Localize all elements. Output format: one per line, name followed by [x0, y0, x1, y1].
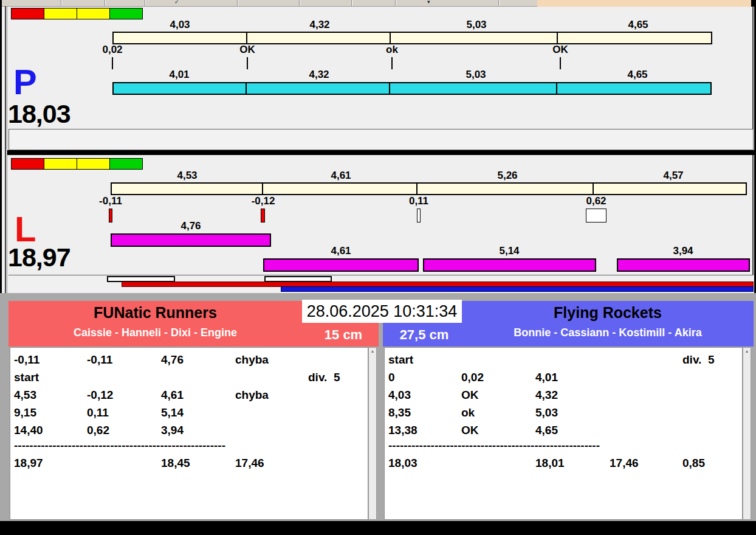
datetime-display: 28.06.2025 10:31:34	[302, 300, 462, 323]
plan-segment	[111, 182, 263, 195]
table-cell	[308, 386, 368, 404]
check-icon[interactable]: ✓	[174, 0, 179, 5]
table-cell	[610, 368, 682, 386]
status-blocks	[11, 158, 143, 170]
plan-segment-value: 4,61	[312, 170, 370, 181]
status-block	[77, 158, 110, 170]
team-right-scrollbar[interactable]: ▲	[743, 347, 751, 520]
panel-letter-p: P	[13, 64, 37, 100]
table-cell	[308, 351, 368, 368]
checkpoint-label: -0,11	[81, 196, 140, 207]
status-block	[109, 8, 143, 19]
table-cell: 18,97	[14, 454, 87, 472]
table-cell: 4,01	[535, 368, 610, 386]
table-cell	[610, 351, 682, 368]
table-cell: 4,76	[161, 351, 235, 368]
table-row: -0,11-0,114,76chyba	[14, 351, 368, 368]
exchange-progress-strip	[9, 275, 754, 294]
result-leg-value: 5,14	[480, 246, 538, 257]
team-left-members: Caissie - Hanneli - Dixi - Engine	[9, 326, 302, 339]
table-cell: -0,11	[87, 351, 161, 368]
table-cell: 0,85	[682, 454, 742, 472]
table-cell	[308, 404, 368, 421]
table-cell: 18,03	[388, 454, 461, 472]
table-cell: 13,38	[388, 421, 461, 439]
team-left-results-list[interactable]: -0,11-0,114,76chybastartdiv. 54,53-0,124…	[10, 347, 368, 520]
table-cell: 5,03	[535, 404, 610, 421]
table-cell: ok	[461, 404, 535, 421]
chevron-down-icon[interactable]: ▾	[427, 0, 430, 5]
scroll-up-icon[interactable]: ▲	[743, 348, 751, 355]
toolbar-separator	[145, 0, 145, 6]
result-segment-value: 5,03	[447, 69, 505, 80]
table-cell: 4,03	[388, 386, 461, 404]
table-cell	[308, 421, 368, 439]
table-cell: 18,01	[535, 454, 610, 472]
checkpoint-label: ok	[363, 44, 421, 55]
table-cell: 3,94	[161, 421, 235, 439]
table-cell: -0,11	[14, 351, 87, 368]
table-totals-row: 18,9718,4517,46	[14, 454, 368, 472]
status-block	[11, 8, 44, 19]
result-bar	[112, 82, 712, 95]
checkpoint-label: 0,62	[567, 196, 625, 207]
checkpoint-label: OK	[531, 44, 589, 55]
plan-segment-value: 5,26	[478, 170, 537, 181]
table-cell: start	[14, 368, 87, 386]
team-left-gap: 15 cm	[309, 328, 377, 342]
table-cell: 0,62	[87, 421, 161, 439]
checkpoint-label: 0,11	[390, 196, 448, 207]
table-cell: 0,02	[461, 368, 535, 386]
table-cell: 0,11	[87, 404, 161, 421]
table-cell	[682, 368, 742, 386]
checkpoint-tick	[247, 57, 248, 69]
toolbar-separator	[395, 0, 396, 6]
result-leg1-value: 4,76	[162, 221, 220, 232]
result-leg-value: 4,61	[312, 246, 370, 257]
status-block	[44, 158, 77, 170]
table-totals-row: 18,0318,0117,460,85	[388, 454, 742, 472]
plan-segment	[593, 182, 747, 195]
result-leg-bar	[423, 258, 596, 272]
team-left-scrollbar[interactable]: ▲	[368, 347, 377, 520]
checkpoint-label: 0,02	[83, 44, 142, 55]
table-cell: div. 5	[682, 351, 742, 368]
table-cell: 17,46	[610, 454, 682, 472]
result-segment-value: 4,32	[290, 69, 348, 80]
team-right-progress-bar	[281, 286, 754, 292]
table-cell: chyba	[235, 386, 308, 404]
toolbar-separator	[351, 0, 352, 6]
table-cell: div. 5	[308, 368, 368, 386]
table-cell: 14,40	[14, 421, 87, 439]
status-block	[77, 8, 110, 19]
scroll-up-icon[interactable]: ▲	[369, 348, 376, 355]
checkpoint-tick	[560, 57, 561, 69]
table-cell	[161, 368, 235, 386]
table-cell	[235, 404, 308, 421]
team-right-name: Flying Rockets	[462, 304, 754, 321]
plan-bar	[112, 32, 712, 44]
plan-segment	[246, 32, 391, 44]
plan-segment-value: 5,03	[447, 19, 506, 30]
result-leg-bar	[617, 258, 750, 272]
table-cell	[235, 368, 308, 386]
gap-marker	[417, 209, 421, 223]
checkpoint-label: -0,12	[234, 196, 292, 207]
plan-segment-value: 4,57	[644, 170, 703, 181]
table-cell: -0,12	[87, 386, 161, 404]
table-cell	[610, 386, 682, 404]
plan-segment	[416, 182, 594, 195]
fault-marker	[109, 209, 112, 223]
table-separator: ----------------------------------------…	[388, 439, 742, 454]
result-segment-value: 4,65	[608, 69, 667, 80]
status-block	[11, 158, 44, 170]
table-cell: 17,46	[235, 454, 308, 472]
table-cell	[308, 454, 368, 472]
checkpoint-label: OK	[218, 44, 277, 55]
result-segment	[389, 82, 557, 95]
team-right-results-list[interactable]: startdiv. 500,024,014,03OK4,328,35ok5,03…	[384, 347, 743, 520]
plan-segment	[390, 32, 558, 44]
plan-bar	[111, 182, 747, 195]
app-window: ✓ ▾ P18,034,034,325,034,650,02OKokOK4,01…	[0, 0, 756, 535]
panel-letter-l: L	[15, 212, 36, 247]
